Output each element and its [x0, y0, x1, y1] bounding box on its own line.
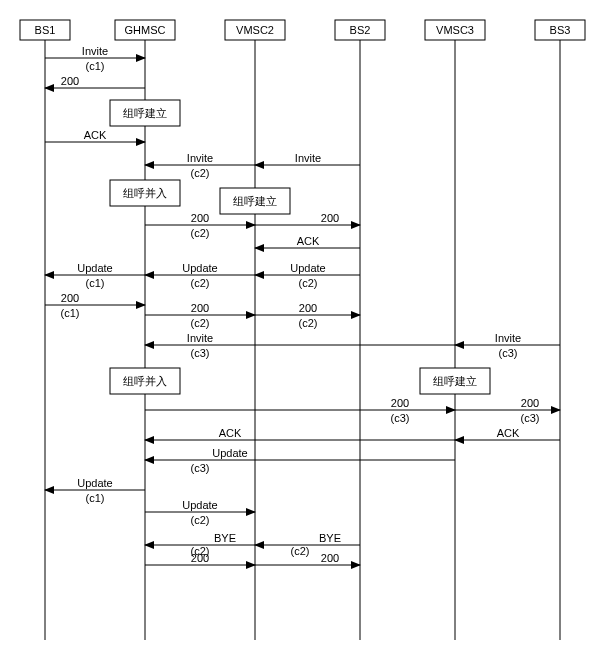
participant-bs3: BS3 — [535, 20, 585, 40]
msg-sublabel: (c3) — [521, 412, 540, 424]
msg-sublabel: (c3) — [391, 412, 410, 424]
msg-label: Invite — [295, 152, 321, 164]
msg-sublabel: (c1) — [61, 307, 80, 319]
msg-label: 200 — [191, 212, 209, 224]
participant-vmsc3: VMSC3 — [425, 20, 485, 40]
msg-label: 200 — [191, 302, 209, 314]
activity-label: 组呼建立 — [123, 107, 167, 119]
participant-label: GHMSC — [125, 24, 166, 36]
msg-label: 200 — [521, 397, 539, 409]
msg-sublabel: (c1) — [86, 277, 105, 289]
msg-label: Invite — [187, 332, 213, 344]
participant-bs2: BS2 — [335, 20, 385, 40]
msg-label: 200 — [61, 75, 79, 87]
msg-label: Invite — [495, 332, 521, 344]
participant-label: BS3 — [550, 24, 571, 36]
msg-label: 200 — [299, 302, 317, 314]
msg-label: BYE — [319, 532, 341, 544]
msg-label: ACK — [219, 427, 242, 439]
msg-sublabel: (c1) — [86, 60, 105, 72]
msg-sublabel: (c2) — [299, 317, 318, 329]
msg-label: Update — [77, 477, 112, 489]
msg-sublabel: (c2) — [191, 317, 210, 329]
msg-label: ACK — [297, 235, 320, 247]
msg-label: Update — [182, 499, 217, 511]
msg-sublabel: (c3) — [191, 462, 210, 474]
msg-label: 200 — [391, 397, 409, 409]
msg-label: BYE — [214, 532, 236, 544]
msg-sublabel: (c2) — [191, 227, 210, 239]
msg-label: Update — [290, 262, 325, 274]
msg-label: 200 — [61, 292, 79, 304]
participant-bs1: BS1 — [20, 20, 70, 40]
msg-label: 200 — [321, 552, 339, 564]
msg-sublabel: (c3) — [499, 347, 518, 359]
msg-sublabel: (c1) — [86, 492, 105, 504]
participant-ghmsc: GHMSC — [115, 20, 175, 40]
msg-label: Update — [212, 447, 247, 459]
msg-label: ACK — [497, 427, 520, 439]
msg-label: 200 — [191, 552, 209, 564]
msg-sublabel: (c3) — [191, 347, 210, 359]
msg-sublabel: (c2) — [299, 277, 318, 289]
msg-label: Invite — [82, 45, 108, 57]
activity-label: 组呼建立 — [233, 195, 277, 207]
msg-sublabel: (c2) — [291, 545, 310, 557]
activity-label: 组呼建立 — [433, 375, 477, 387]
participant-label: VMSC2 — [236, 24, 274, 36]
participant-vmsc2: VMSC2 — [225, 20, 285, 40]
msg-label: 200 — [321, 212, 339, 224]
activity-label: 组呼并入 — [123, 187, 167, 199]
msg-sublabel: (c2) — [191, 167, 210, 179]
msg-sublabel: (c2) — [191, 514, 210, 526]
msg-label: Update — [77, 262, 112, 274]
activity-label: 组呼并入 — [123, 375, 167, 387]
msg-label: Invite — [187, 152, 213, 164]
msg-label: Update — [182, 262, 217, 274]
msg-sublabel: (c2) — [191, 277, 210, 289]
participant-label: BS1 — [35, 24, 56, 36]
participant-label: VMSC3 — [436, 24, 474, 36]
msg-label: ACK — [84, 129, 107, 141]
participant-label: BS2 — [350, 24, 371, 36]
